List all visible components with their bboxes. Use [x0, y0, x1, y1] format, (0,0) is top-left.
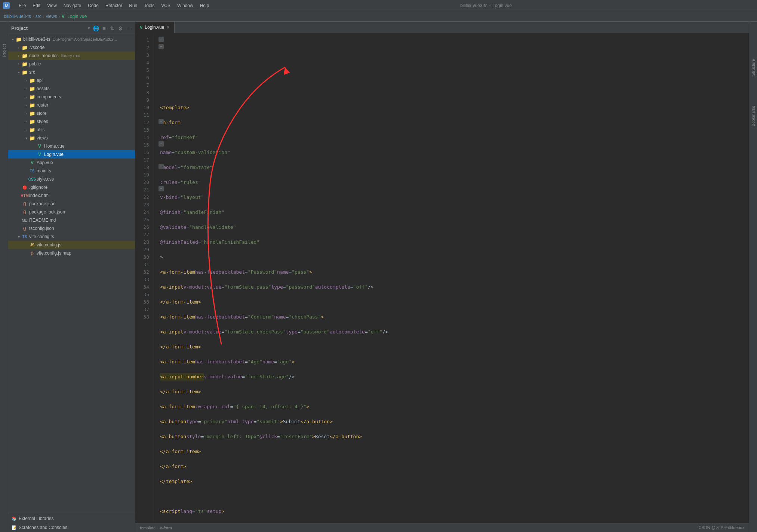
sidebar-icon-minimize[interactable]: —	[125, 25, 132, 32]
right-panel-labels: Structure Bookmarks	[749, 22, 757, 532]
tree-item-public[interactable]: › 📁 public	[8, 60, 135, 68]
sidebar-toolbar[interactable]: 🌐 ≡ ⇅ ⚙ —	[92, 25, 132, 32]
tree-item-main-ts[interactable]: › TS main.ts	[8, 167, 135, 175]
menu-view[interactable]: View	[44, 2, 60, 9]
code-line-26: </template>	[160, 478, 749, 485]
tree-item-store[interactable]: › 📁 store	[8, 109, 135, 117]
sidebar-bottom: 📚 External Libraries 📝 Scratches and Con…	[8, 514, 135, 532]
tree-item-package-lock-json[interactable]: › {} package-lock.json	[8, 208, 135, 216]
tree-arrow-public: ›	[16, 61, 22, 67]
breadcrumb-src[interactable]: src	[36, 14, 41, 19]
fold-icon-1[interactable]: −	[159, 37, 164, 42]
fold-icon-18[interactable]: −	[159, 164, 164, 169]
menu-bar[interactable]: File Edit View Navigate Code Refactor Ru…	[16, 2, 212, 9]
tree-label-root: bilibili-vue3-ts	[23, 37, 50, 42]
tree-arrow-vite-ts: ▾	[16, 234, 22, 240]
tree-label-assets: assets	[37, 86, 50, 91]
menu-window[interactable]: Window	[174, 2, 196, 9]
tree-label-login-vue: Login.vue	[44, 152, 64, 157]
tree-arrow-utils: ›	[23, 127, 29, 133]
tree-label-app-vue: App.vue	[37, 160, 53, 165]
status-bar: template › a-form CSDN @蓝匣子itbluebox	[135, 523, 749, 532]
sidebar-icon-list[interactable]: ≡	[101, 25, 107, 32]
project-label[interactable]: Project	[2, 44, 6, 57]
tree-item-login-vue[interactable]: › V Login.vue	[8, 150, 135, 159]
tree-item-style-css[interactable]: › CSS style.css	[8, 175, 135, 183]
sidebar-icon-settings[interactable]: ⚙	[117, 25, 124, 32]
tab-label-login: Login.vue	[145, 25, 164, 30]
tree-item-utils[interactable]: › 📁 utils	[8, 126, 135, 134]
menu-vcs[interactable]: VCS	[158, 2, 173, 9]
menu-code[interactable]: Code	[85, 2, 102, 9]
sidebar-scratches-consoles[interactable]: 📝 Scratches and Consoles	[8, 523, 135, 532]
tree-label-public: public	[29, 61, 41, 67]
breadcrumb-file: V Login.vue	[62, 14, 87, 19]
structure-label[interactable]: Structure	[751, 59, 756, 76]
tree-item-vite-config-js[interactable]: › JS vite.config.js	[8, 241, 135, 249]
tree-item-views[interactable]: ▾ 📁 views	[8, 134, 135, 142]
menu-run[interactable]: Run	[126, 2, 140, 9]
tree-item-vite-config-ts[interactable]: ▾ TS vite.config.ts	[8, 233, 135, 241]
tree-label-tsconfig-json: tsconfig.json	[29, 226, 54, 231]
tab-close-login[interactable]: ×	[166, 24, 169, 30]
html-icon: HTM	[22, 193, 28, 199]
code-editor[interactable]: 1 2 3 4 5 6 7 8 9 10 11 12 13 14 15 16 1…	[135, 34, 749, 523]
tree-item-gitignore[interactable]: › 🔴 .gitignore	[8, 183, 135, 191]
breadcrumb-project[interactable]: bilibili-vue3-ts	[4, 14, 31, 19]
tree-item-package-json[interactable]: › {} package.json	[8, 200, 135, 208]
code-line-18: <a-form-item has-feedback label="Age" na…	[160, 358, 749, 366]
folder-icon-public: 📁	[22, 61, 28, 67]
tree-item-root[interactable]: ▾ 📁 bilibili-vue3-ts D:\ProgramWorkSpace…	[8, 35, 135, 43]
sidebar-external-libraries[interactable]: 📚 External Libraries	[8, 514, 135, 523]
tree-item-components[interactable]: › 📁 components	[8, 93, 135, 101]
md-icon: MD	[22, 217, 28, 223]
tree-item-app-vue[interactable]: › V App.vue	[8, 159, 135, 167]
tree-item-styles[interactable]: › 📁 styles	[8, 117, 135, 126]
tree-arrow-styles: ›	[23, 119, 29, 124]
tree-item-vscode[interactable]: › 📁 .vscode	[8, 43, 135, 52]
fold-icon-12[interactable]: −	[159, 119, 164, 124]
code-line-11: >	[160, 253, 749, 261]
menu-help[interactable]: Help	[197, 2, 212, 9]
ts-icon-main: TS	[29, 168, 35, 174]
menu-tools[interactable]: Tools	[141, 2, 157, 9]
fold-icon-15[interactable]: −	[159, 141, 164, 147]
tree-arrow-api: ›	[23, 77, 29, 83]
tree-item-index-html[interactable]: › HTM index.html	[8, 191, 135, 200]
tree-label-package-lock-json: package-lock.json	[29, 209, 65, 215]
fold-icon-21[interactable]: −	[159, 186, 164, 191]
fold-icon-2[interactable]: −	[159, 44, 164, 49]
tree-item-assets[interactable]: › 📁 assets	[8, 84, 135, 93]
breadcrumb-views[interactable]: views	[46, 14, 57, 19]
code-line-13: <a-input v-model:value="formState.pass" …	[160, 283, 749, 291]
tab-login-vue[interactable]: V Login.vue ×	[135, 22, 175, 33]
tree-item-home-vue[interactable]: › V Home.vue	[8, 142, 135, 150]
tree-item-src[interactable]: ▾ 📁 src	[8, 68, 135, 76]
tree-label-readme: README.md	[29, 218, 56, 223]
code-content[interactable]: − − − − − − <template> <a-form ref="form…	[154, 34, 749, 523]
menu-edit[interactable]: Edit	[30, 2, 43, 9]
tree-label-utils: utils	[37, 127, 44, 132]
tree-label-src: src	[29, 70, 35, 75]
code-line-27	[160, 493, 749, 500]
menu-navigate[interactable]: Navigate	[61, 2, 84, 9]
tree-item-vite-config-js-map[interactable]: › {} vite.config.js.map	[8, 249, 135, 257]
folder-icon-utils: 📁	[29, 127, 35, 133]
menu-file[interactable]: File	[16, 2, 29, 9]
bookmarks-label[interactable]: Bookmarks	[751, 106, 756, 126]
tree-label-main-ts: main.ts	[37, 168, 51, 173]
sidebar-icon-globe[interactable]: 🌐	[92, 25, 99, 32]
menu-refactor[interactable]: Refactor	[102, 2, 125, 9]
tree-item-router[interactable]: › 📁 router	[8, 101, 135, 109]
app-logo: IJ	[3, 2, 10, 9]
tree-item-readme[interactable]: › MD README.md	[8, 216, 135, 224]
sidebar-icon-sort[interactable]: ⇅	[109, 25, 116, 32]
tree-item-node-modules[interactable]: › 📁 node_modules library root	[8, 52, 135, 60]
tree-item-tsconfig-json[interactable]: › {} tsconfig.json	[8, 224, 135, 233]
code-line-8: @finish="handleFinish"	[160, 209, 749, 216]
tree-item-api[interactable]: › 📁 api	[8, 76, 135, 84]
tree-label-store: store	[37, 111, 47, 116]
status-bc-aform: a-form	[160, 526, 172, 530]
code-line-6: :rules="rules"	[160, 179, 749, 186]
code-line-7: v-bind="layout"	[160, 194, 749, 201]
